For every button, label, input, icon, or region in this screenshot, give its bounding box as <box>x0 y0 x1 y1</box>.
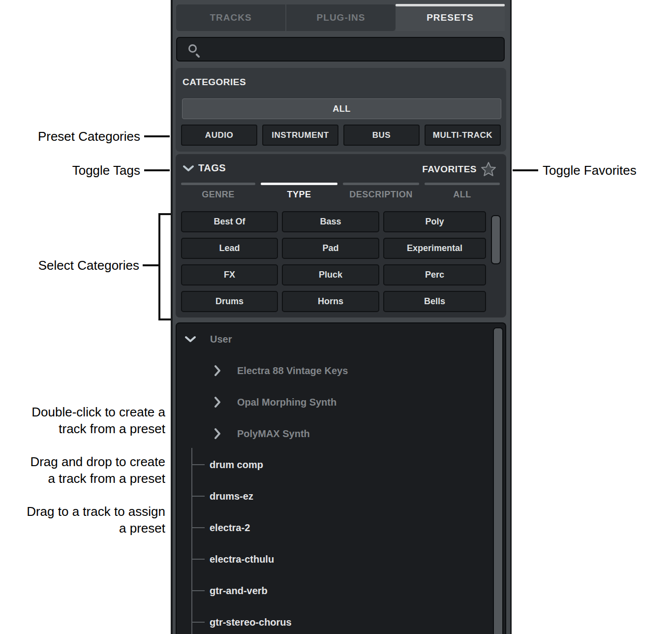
tree-item-drums-ez[interactable]: drums-ez <box>210 489 253 504</box>
tree-item-gtr-and-verb-label: gtr-and-verb <box>210 585 268 597</box>
annotation-toggle-favorites: Toggle Favorites <box>543 162 637 179</box>
tag-bells[interactable]: Bells <box>383 291 486 312</box>
tag-tab-type-label: TYPE <box>287 190 311 200</box>
tag-tab-type[interactable]: TYPE <box>261 183 337 200</box>
browser-panel: TRACKS PLUG-INS PRESETS CATEGORIES ALL A… <box>171 0 512 634</box>
annotation-select-categories: Select Categories <box>0 257 139 274</box>
search-input[interactable] <box>176 37 505 62</box>
tree-item-gtr-stereo-chorus-label: gtr-stereo-chorus <box>210 617 292 628</box>
tag-tab-genre[interactable]: GENRE <box>181 183 255 200</box>
tag-pad[interactable]: Pad <box>282 238 379 259</box>
tree-item-drum-comp[interactable]: drum comp <box>210 457 263 472</box>
tree-connector-tick <box>191 496 205 497</box>
annotation-bracket-select-categories <box>158 213 171 320</box>
annotation-drag-drop-line2: a track from a preset <box>48 471 165 486</box>
active-tab-indicator <box>396 4 505 6</box>
tag-poly[interactable]: Poly <box>383 211 486 232</box>
annotation-preset-categories: Preset Categories <box>0 128 140 145</box>
annotation-line-select-categories <box>143 264 159 266</box>
list-scrollbar-thumb[interactable] <box>493 327 503 634</box>
category-audio-button[interactable]: AUDIO <box>181 125 257 146</box>
categories-title: CATEGORIES <box>183 77 246 88</box>
tree-item-electra-88[interactable]: Electra 88 Vintage Keys <box>214 363 348 378</box>
tag-tab-description-bar <box>343 183 419 185</box>
categories-section: CATEGORIES ALL AUDIO INSTRUMENT BUS MULT… <box>176 68 506 152</box>
tag-pluck[interactable]: Pluck <box>282 264 379 285</box>
tree-connector-tick <box>191 559 205 560</box>
annotation-drag-assign-line2: a preset <box>119 521 165 536</box>
tag-perc[interactable]: Perc <box>383 264 486 285</box>
annotation-line-preset-categories <box>144 135 170 137</box>
annotation-drag-drop-line1: Drag and drop to create <box>30 454 165 469</box>
chevron-right-icon[interactable] <box>214 365 221 376</box>
tab-tracks[interactable]: TRACKS <box>176 4 285 31</box>
tree-item-electra-2-label: electra-2 <box>210 522 250 534</box>
chevron-right-icon[interactable] <box>214 397 221 408</box>
tree-connector-line <box>191 448 192 634</box>
tag-tab-all-bar <box>425 183 500 185</box>
tree-item-user-label: User <box>210 334 232 345</box>
annotation-double-click: Double-click to create a track from a pr… <box>0 404 165 437</box>
tree-item-electra-cthulu[interactable]: electra-cthulu <box>210 552 274 567</box>
tree-connector-tick <box>191 527 205 528</box>
category-all-button[interactable]: ALL <box>182 98 501 119</box>
tag-horns[interactable]: Horns <box>282 291 379 312</box>
tag-tab-all-label: ALL <box>453 190 471 200</box>
tree-item-opal-label: Opal Morphing Synth <box>237 397 336 408</box>
tag-tab-all[interactable]: ALL <box>425 183 500 200</box>
chevron-down-icon[interactable] <box>183 165 194 172</box>
tag-bass[interactable]: Bass <box>282 211 379 232</box>
tree-item-drum-comp-label: drum comp <box>210 459 263 471</box>
browser-tab-bar: TRACKS PLUG-INS PRESETS <box>176 4 505 31</box>
favorites-label: FAVORITES <box>422 164 477 175</box>
tag-best-of[interactable]: Best Of <box>181 211 278 232</box>
tag-filter-tabs: GENRE TYPE DESCRIPTION ALL <box>181 183 501 200</box>
annotation-line-toggle-tags <box>144 169 170 171</box>
annotation-toggle-tags: Toggle Tags <box>0 162 140 179</box>
tags-scrollbar-thumb[interactable] <box>491 215 501 264</box>
tab-presets-label: PRESETS <box>427 12 474 23</box>
annotation-line-toggle-favorites <box>513 169 538 171</box>
tab-plugins[interactable]: PLUG-INS <box>285 4 396 31</box>
tag-fx[interactable]: FX <box>181 264 278 285</box>
tags-toggle[interactable]: TAGS <box>198 162 226 174</box>
tree-item-user[interactable]: User <box>185 332 232 347</box>
tags-header: TAGS FAVORITES <box>176 154 506 182</box>
category-instrument-button[interactable]: INSTRUMENT <box>262 125 338 146</box>
annotation-drag-assign-line1: Drag to a track to assign <box>27 504 165 519</box>
preset-list: User Electra 88 Vintage Keys Opal Morphi… <box>176 322 506 634</box>
tree-connector-tick <box>191 590 205 591</box>
tree-item-polymax-label: PolyMAX Synth <box>237 428 310 440</box>
tab-presets[interactable]: PRESETS <box>396 4 505 31</box>
chevron-right-icon[interactable] <box>214 428 221 439</box>
tree-item-drums-ez-label: drums-ez <box>210 491 253 502</box>
tag-tab-description-label: DESCRIPTION <box>349 190 413 200</box>
tree-item-electra-88-label: Electra 88 Vintage Keys <box>237 365 348 377</box>
category-multitrack-button[interactable]: MULTI-TRACK <box>425 125 501 146</box>
annotation-double-click-line1: Double-click to create a <box>31 405 165 419</box>
annotation-drag-drop: Drag and drop to create a track from a p… <box>0 453 165 487</box>
tag-lead[interactable]: Lead <box>181 238 278 259</box>
star-icon[interactable] <box>481 161 496 177</box>
tree-item-polymax[interactable]: PolyMAX Synth <box>214 426 310 441</box>
chevron-down-icon[interactable] <box>185 336 196 343</box>
tag-tab-genre-label: GENRE <box>202 190 235 200</box>
tag-tab-description[interactable]: DESCRIPTION <box>343 183 419 200</box>
tree-item-electra-cthulu-label: electra-cthulu <box>210 554 274 565</box>
tree-item-opal[interactable]: Opal Morphing Synth <box>214 395 336 410</box>
tag-button-grid: Best Of Bass Poly Lead Pad Experimental … <box>181 211 486 312</box>
tag-drums[interactable]: Drums <box>181 291 278 312</box>
favorites-toggle[interactable]: FAVORITES <box>422 161 496 177</box>
tree-item-gtr-stereo-chorus[interactable]: gtr-stereo-chorus <box>210 615 292 630</box>
tree-item-electra-2[interactable]: electra-2 <box>210 520 250 535</box>
category-button-row: AUDIO INSTRUMENT BUS MULTI-TRACK <box>181 125 501 146</box>
category-bus-button[interactable]: BUS <box>343 125 420 146</box>
tags-section: TAGS FAVORITES GENRE TYPE DESCRIPTION <box>176 154 506 317</box>
tag-experimental[interactable]: Experimental <box>383 238 486 259</box>
tag-tab-genre-bar <box>181 183 255 185</box>
annotation-double-click-line2: track from a preset <box>59 421 165 436</box>
tree-connector-tick <box>191 622 205 623</box>
search-icon <box>188 44 197 53</box>
tree-connector-tick <box>191 464 205 465</box>
tree-item-gtr-and-verb[interactable]: gtr-and-verb <box>210 583 268 598</box>
